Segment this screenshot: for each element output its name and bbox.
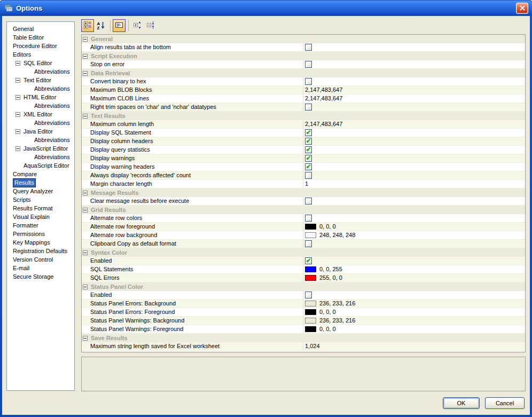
property-value[interactable]: [303, 240, 525, 248]
property-value[interactable]: ✔: [303, 137, 525, 146]
section-collapse-icon[interactable]: [83, 191, 88, 195]
grid-row-sql-errors[interactable]: SQL Errors255, 0, 0: [82, 274, 525, 282]
grid-row-enabled[interactable]: Enabled: [82, 291, 525, 300]
section-collapse-icon[interactable]: [83, 114, 88, 119]
grid-row-status-panel-errors-foreground[interactable]: Status Panel Errors: Foreground0, 0, 0: [82, 308, 525, 317]
close-button[interactable]: [516, 3, 528, 14]
grid-row-display-sql-statement[interactable]: Display SQL Statement✔: [82, 129, 525, 137]
tree-item-html-editor[interactable]: HTML Editor: [7, 93, 74, 101]
color-swatch[interactable]: [305, 232, 316, 238]
show-description-button[interactable]: [113, 19, 126, 32]
tree-item-results[interactable]: Results: [7, 178, 74, 187]
property-value[interactable]: 2,147,483,647: [303, 86, 525, 95]
color-swatch[interactable]: [305, 301, 316, 306]
property-value[interactable]: ✔: [303, 257, 525, 265]
property-value[interactable]: ✔: [303, 163, 525, 171]
tree-item-abbreviations[interactable]: Abbreviations: [7, 67, 74, 76]
tree-collapse-icon[interactable]: [15, 78, 20, 83]
checkbox-checked[interactable]: ✔: [305, 257, 312, 264]
grid-row-alternate-row-foreground[interactable]: Alternate row foreground0, 0, 0: [82, 223, 525, 231]
property-value[interactable]: [303, 197, 525, 206]
tree-item-abbreviations[interactable]: Abbreviations: [7, 153, 74, 161]
grid-row-sql-statements[interactable]: SQL Statements0, 0, 255: [82, 265, 525, 274]
tree-item-procedure-editor[interactable]: Procedure Editor: [7, 42, 74, 50]
tree-collapse-icon[interactable]: [15, 112, 20, 117]
grid-row-display-warning-headers[interactable]: Display warning headers✔: [82, 163, 525, 171]
grid-row-display-warnings[interactable]: Display warnings✔: [82, 154, 525, 163]
tree-item-abbreviations[interactable]: Abbreviations: [7, 119, 74, 127]
tree-item-xml-editor[interactable]: XML Editor: [7, 110, 74, 119]
checkbox-unchecked[interactable]: [305, 240, 312, 247]
tree-collapse-icon[interactable]: [15, 61, 20, 66]
color-swatch[interactable]: [305, 309, 316, 315]
property-value[interactable]: ✔: [303, 146, 525, 154]
checkbox-checked[interactable]: ✔: [305, 129, 312, 136]
tree-item-abbreviations[interactable]: Abbreviations: [7, 84, 74, 93]
property-value[interactable]: [303, 43, 525, 52]
section-collapse-icon[interactable]: [83, 285, 88, 289]
color-swatch[interactable]: [305, 266, 316, 272]
checkbox-unchecked[interactable]: [305, 78, 312, 85]
property-value[interactable]: [303, 214, 525, 223]
tree-item-aquascript-editor[interactable]: AquaScript Editor: [7, 161, 74, 170]
property-value[interactable]: 236, 233, 216: [303, 300, 525, 308]
property-value[interactable]: 0, 0, 255: [303, 265, 525, 274]
property-value[interactable]: 0, 0, 0: [303, 325, 525, 334]
grid-row-clipboard-copy-as-default-format[interactable]: Clipboard Copy as default format: [82, 240, 525, 248]
checkbox-checked[interactable]: ✔: [305, 155, 312, 162]
property-value[interactable]: 1: [303, 180, 525, 188]
grid-row-margin-character-length[interactable]: Margin character length1: [82, 180, 525, 188]
tree-item-secure-storage[interactable]: Secure Storage: [7, 272, 74, 281]
property-value[interactable]: [303, 171, 525, 180]
property-value[interactable]: ✔: [303, 154, 525, 163]
tree-item-scripts[interactable]: Scripts: [7, 195, 74, 204]
checkbox-unchecked[interactable]: [305, 198, 312, 204]
tree-collapse-icon[interactable]: [15, 95, 20, 100]
grid-row-right-trim-spaces-on-char-and-nchar-datatypes[interactable]: Right trim spaces on 'char' and 'nchar' …: [82, 103, 525, 112]
grid-row-alternate-row-colors[interactable]: Alternate row colors: [82, 214, 525, 223]
grid-row-always-display-records-affected-count[interactable]: Always display 'records affected' count: [82, 171, 525, 180]
property-value[interactable]: 255, 0, 0: [303, 274, 525, 282]
tree-item-java-editor[interactable]: Java Editor: [7, 127, 74, 136]
grid-row-display-query-statistics[interactable]: Display query statistics✔: [82, 146, 525, 154]
checkbox-unchecked[interactable]: [305, 215, 312, 222]
property-value[interactable]: 248, 248, 248: [303, 231, 525, 240]
property-value[interactable]: 1,024: [303, 342, 525, 351]
tree-collapse-icon[interactable]: [15, 129, 20, 134]
tree-item-permissions[interactable]: Permissions: [7, 230, 74, 238]
tree-collapse-icon[interactable]: [15, 146, 20, 151]
tree-item-general[interactable]: General: [7, 25, 74, 33]
grid-row-maximum-column-length[interactable]: Maximum column length2,147,483,647: [82, 120, 525, 129]
property-value[interactable]: 2,147,483,647: [303, 95, 525, 103]
tree-item-table-editor[interactable]: Table Editor: [7, 33, 74, 42]
cancel-button[interactable]: Cancel: [485, 397, 525, 409]
checkbox-unchecked[interactable]: [305, 104, 312, 111]
color-swatch[interactable]: [305, 318, 316, 324]
property-value[interactable]: 2,147,483,647: [303, 120, 525, 129]
checkbox-checked[interactable]: ✔: [305, 146, 312, 153]
tree-item-results-format[interactable]: Results Format: [7, 204, 74, 213]
grid-row-status-panel-warnings-background[interactable]: Status Panel Warnings: Background236, 23…: [82, 317, 525, 325]
tree-item-javascript-editor[interactable]: JavaScript Editor: [7, 144, 74, 153]
section-collapse-icon[interactable]: [83, 250, 88, 255]
tree-item-key-mappings[interactable]: Key Mappings: [7, 238, 74, 247]
property-value[interactable]: ✔: [303, 129, 525, 137]
tree-item-registration-defaults[interactable]: Registration Defaults: [7, 247, 74, 255]
section-collapse-icon[interactable]: [83, 37, 88, 42]
checkbox-unchecked[interactable]: [305, 172, 312, 179]
property-value[interactable]: [303, 103, 525, 112]
tree-item-abbreviations[interactable]: Abbreviations: [7, 101, 74, 110]
categorized-view-button[interactable]: [81, 19, 94, 32]
tree-item-text-editor[interactable]: Text Editor: [7, 76, 74, 84]
alphabetical-sort-button[interactable]: AZ: [95, 19, 107, 32]
expand-all-button[interactable]: [131, 19, 144, 32]
checkbox-unchecked[interactable]: [305, 292, 312, 298]
color-swatch[interactable]: [305, 326, 316, 332]
grid-row-status-panel-errors-background[interactable]: Status Panel Errors: Background236, 233,…: [82, 300, 525, 308]
property-value[interactable]: 236, 233, 216: [303, 317, 525, 325]
tree-item-e-mail[interactable]: E-mail: [7, 264, 74, 272]
section-collapse-icon[interactable]: [83, 71, 88, 76]
grid-row-status-panel-warnings-foreground[interactable]: Status Panel Warnings: Foreground0, 0, 0: [82, 325, 525, 334]
checkbox-checked[interactable]: ✔: [305, 163, 312, 170]
grid-row-enabled[interactable]: Enabled✔: [82, 257, 525, 265]
